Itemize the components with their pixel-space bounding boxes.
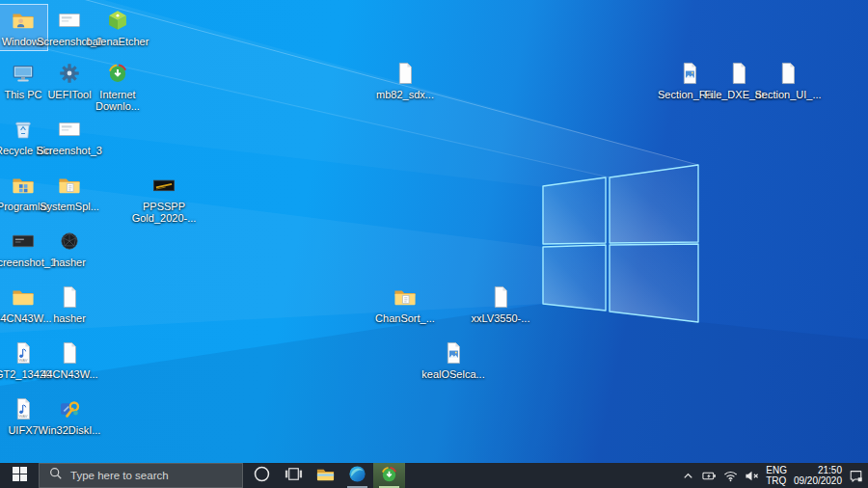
battery-charging-icon[interactable] (702, 469, 717, 483)
ppsspp-icon (127, 173, 201, 198)
idm-icon (379, 464, 399, 488)
desktop-icon-label: xxLV3550-... (464, 312, 537, 324)
action-center-icon[interactable] (849, 469, 863, 483)
folder-doc-icon (33, 173, 106, 198)
clock-date: 09/20/2020 (794, 475, 842, 486)
image-icon (417, 340, 490, 366)
desktop-icon-44cn43w-file[interactable]: 44CN43W... (33, 340, 106, 380)
desktop-icon-screenshot-3[interactable]: Screenshot_3 (33, 117, 106, 156)
desktop-icon-balena-etcher[interactable]: balenaEtcher (81, 8, 154, 47)
taskbar-button-edge[interactable] (341, 463, 373, 488)
search-placeholder: Type here to search (70, 470, 169, 481)
taskbar-app-buttons (246, 463, 405, 488)
desktop-icon-win32diskimager[interactable]: Win32DiskI... (33, 396, 106, 436)
language-line1: ENG (766, 465, 787, 475)
desktop-icon-label: Internet Downlo... (81, 89, 154, 112)
wifi-icon[interactable] (723, 469, 738, 483)
desktop-icon-label: Win32DiskI... (33, 424, 106, 436)
clock[interactable]: 21:50 09/20/2020 (794, 465, 842, 486)
desktop-icon-label: Section_UI_... (751, 89, 825, 100)
idm-icon (81, 61, 154, 86)
desktop-icon-label: Screenshot_3 (33, 145, 106, 156)
edge-icon (347, 464, 367, 488)
desktop-icon-xxlv3550[interactable]: xxLV3550-... (464, 285, 537, 324)
clock-time: 21:50 (794, 465, 842, 475)
taskbar: Type here to search EN (0, 463, 868, 488)
desktop-icon-label: 44CN43W... (33, 368, 106, 380)
file-icon (751, 61, 825, 86)
desktop-icon-kealoselca[interactable]: kealOSelca... (417, 340, 490, 380)
desktop-icon-chansort[interactable]: ChanSort_... (368, 285, 442, 324)
svg-text:WAV: WAV (19, 358, 28, 363)
desktop-icon-mb82-sdx[interactable]: mb82_sdx... (368, 61, 442, 100)
volume-muted-icon[interactable] (745, 469, 759, 483)
desktop-icon-label: PPSSPP Gold_2020-... (127, 201, 201, 224)
task-view-icon (284, 464, 304, 488)
file-icon (33, 285, 106, 310)
svg-text:WAV: WAV (19, 414, 28, 419)
taskbar-search-box[interactable]: Type here to search (39, 463, 243, 488)
start-button[interactable] (0, 463, 39, 488)
search-icon (49, 467, 63, 484)
win32-icon (33, 396, 106, 421)
desktop-icon-hasher-app[interactable]: hasher (33, 229, 106, 268)
system-tray: ENG TRQ 21:50 09/20/2020 (681, 463, 868, 488)
file-icon (464, 285, 537, 310)
taskbar-button-cortana[interactable] (246, 463, 278, 488)
taskbar-button-task-view[interactable] (278, 463, 310, 488)
desktop-icon-section-ui[interactable]: Section_UI_... (751, 61, 825, 100)
hash-ball-icon (33, 229, 106, 254)
desktop-icon-label: balenaEtcher (81, 36, 154, 47)
file-icon (33, 340, 106, 366)
cortana-icon (252, 464, 272, 488)
desktop-icon-label: ChanSort_... (368, 312, 442, 324)
desktop-icon-label: hasher (33, 257, 106, 268)
windows-desktop: WindowsScreenshot_2balenaEtcherThis PCUE… (0, 0, 868, 488)
language-line2: TRQ (766, 475, 787, 486)
file-icon (368, 61, 442, 86)
chevron-up-icon[interactable] (681, 469, 695, 483)
desktop-icon-label: kealOSelca... (417, 368, 490, 380)
desktop-icon-internet-download-manager[interactable]: Internet Downlo... (81, 61, 154, 112)
desktop-icon-label: SystemSpl... (33, 201, 106, 212)
desktop-icon-ppsspp-gold[interactable]: PPSSPP Gold_2020-... (127, 173, 201, 224)
language-indicator[interactable]: ENG TRQ (766, 465, 787, 486)
cube-icon (81, 8, 154, 33)
desktop-icon-systemspl[interactable]: SystemSpl... (33, 173, 106, 212)
desktop-icon-label: mb82_sdx... (368, 89, 442, 100)
screenshot-light-icon (33, 117, 106, 142)
windows-start-icon (13, 467, 27, 485)
taskbar-button-file-explorer[interactable] (310, 463, 341, 488)
taskbar-button-idm[interactable] (373, 463, 405, 488)
folder-doc-icon (368, 285, 442, 310)
file-explorer-icon (315, 464, 336, 488)
desktop-icon-hasher-file[interactable]: hasher (33, 285, 106, 324)
desktop-icon-label: hasher (33, 312, 106, 324)
